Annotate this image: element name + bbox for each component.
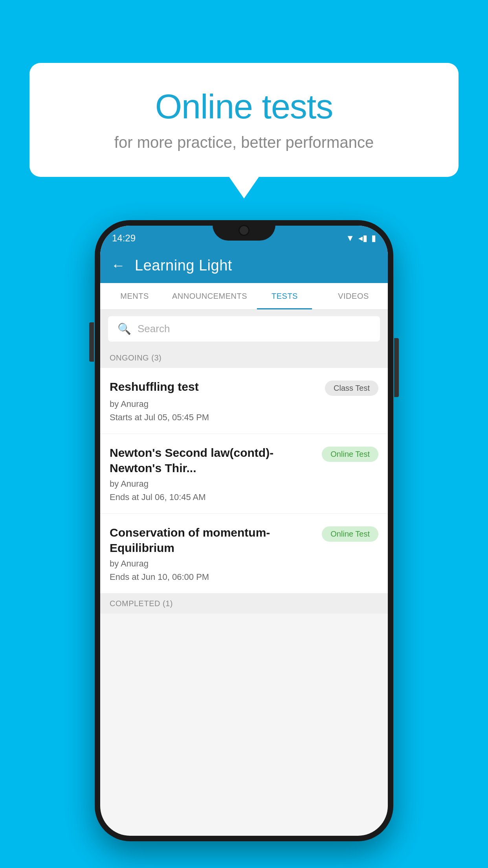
- test-item[interactable]: Reshuffling test Class Test by Anurag St…: [100, 368, 388, 434]
- tab-announcements[interactable]: ANNOUNCEMENTS: [169, 283, 250, 309]
- phone-screen: 14:29 ▼ ◂▮ ▮ ← Learning Light MENTS: [100, 226, 388, 836]
- speech-bubble-wrapper: Online tests for more practice, better p…: [29, 63, 459, 177]
- tab-ments[interactable]: MENTS: [100, 283, 169, 309]
- phone-mockup: 14:29 ▼ ◂▮ ▮ ← Learning Light MENTS: [95, 220, 393, 841]
- app-background: Online tests for more practice, better p…: [0, 0, 488, 868]
- test-time-1: Starts at Jul 05, 05:45 PM: [110, 412, 378, 423]
- search-icon: 🔍: [117, 322, 131, 335]
- test-header-3: Conservation of momentum-Equilibrium Onl…: [110, 525, 378, 555]
- camera: [238, 225, 250, 236]
- test-item-3[interactable]: Conservation of momentum-Equilibrium Onl…: [100, 514, 388, 594]
- tab-tests[interactable]: TESTS: [250, 283, 319, 309]
- speech-bubble: Online tests for more practice, better p…: [29, 63, 459, 177]
- test-item-2[interactable]: Newton's Second law(contd)-Newton's Thir…: [100, 434, 388, 514]
- test-author-3: by Anurag: [110, 559, 378, 569]
- test-badge-1: Class Test: [325, 381, 378, 396]
- test-header-2: Newton's Second law(contd)-Newton's Thir…: [110, 445, 378, 476]
- test-name-1: Reshuffling test: [110, 379, 317, 394]
- back-button[interactable]: ←: [111, 257, 125, 274]
- bubble-subtitle: for more practice, better performance: [57, 134, 431, 151]
- app-header: ← Learning Light: [100, 248, 388, 283]
- search-bar[interactable]: 🔍 Search: [108, 316, 380, 342]
- test-header-1: Reshuffling test Class Test: [110, 379, 378, 396]
- tab-videos[interactable]: VIDEOS: [319, 283, 388, 309]
- signal-icon: ◂▮: [358, 233, 367, 243]
- test-time-2: Ends at Jul 06, 10:45 AM: [110, 492, 378, 502]
- test-badge-2: Online Test: [322, 447, 378, 462]
- phone-outer: 14:29 ▼ ◂▮ ▮ ← Learning Light MENTS: [95, 220, 393, 841]
- header-title: Learning Light: [135, 257, 232, 274]
- test-name-2: Newton's Second law(contd)-Newton's Thir…: [110, 445, 314, 476]
- test-time-3: Ends at Jun 10, 06:00 PM: [110, 572, 378, 582]
- test-author-2: by Anurag: [110, 479, 378, 489]
- bubble-title: Online tests: [57, 86, 431, 127]
- tabs-container: MENTS ANNOUNCEMENTS TESTS VIDEOS: [100, 283, 388, 310]
- search-container: 🔍 Search: [100, 310, 388, 348]
- test-author-1: by Anurag: [110, 399, 378, 409]
- test-badge-3: Online Test: [322, 526, 378, 542]
- status-time: 14:29: [112, 233, 136, 244]
- status-icons: ▼ ◂▮ ▮: [346, 233, 376, 243]
- phone-notch: [213, 220, 275, 241]
- wifi-icon: ▼: [346, 233, 354, 243]
- test-name-3: Conservation of momentum-Equilibrium: [110, 525, 314, 555]
- completed-section-label: COMPLETED (1): [100, 594, 388, 614]
- battery-icon: ▮: [371, 233, 376, 243]
- ongoing-section-label: ONGOING (3): [100, 348, 388, 368]
- search-placeholder: Search: [138, 323, 170, 335]
